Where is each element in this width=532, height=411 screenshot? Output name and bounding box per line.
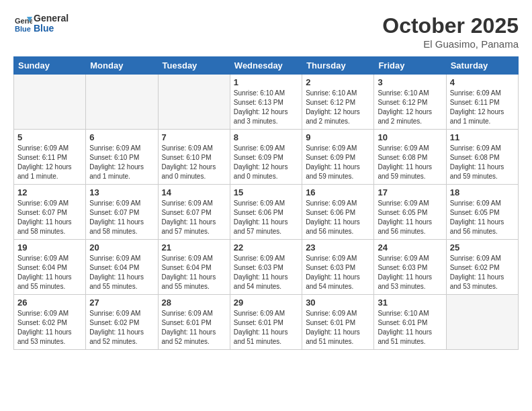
day-info: Sunrise: 6:09 AM Sunset: 6:07 PM Dayligh… (17, 199, 82, 236)
calendar-cell: 4Sunrise: 6:09 AM Sunset: 6:11 PM Daylig… (446, 75, 518, 130)
calendar-cell: 18Sunrise: 6:09 AM Sunset: 6:05 PM Dayli… (446, 185, 518, 240)
svg-text:Blue: Blue (15, 25, 31, 33)
day-info: Sunrise: 6:09 AM Sunset: 6:06 PM Dayligh… (306, 199, 370, 236)
day-info: Sunrise: 6:09 AM Sunset: 6:03 PM Dayligh… (306, 254, 370, 291)
calendar-cell: 31Sunrise: 6:10 AM Sunset: 6:01 PM Dayli… (374, 295, 446, 350)
day-info: Sunrise: 6:09 AM Sunset: 6:04 PM Dayligh… (162, 254, 226, 291)
header: General Blue General Blue October 2025 E… (13, 13, 519, 50)
day-info: Sunrise: 6:09 AM Sunset: 6:10 PM Dayligh… (162, 144, 226, 181)
day-number: 26 (17, 298, 82, 308)
day-number: 14 (162, 187, 226, 197)
day-info: Sunrise: 6:09 AM Sunset: 6:02 PM Dayligh… (89, 309, 154, 347)
day-number: 27 (89, 298, 154, 308)
calendar-cell: 12Sunrise: 6:09 AM Sunset: 6:07 PM Dayli… (14, 185, 86, 240)
day-number: 1 (234, 77, 298, 87)
day-number: 31 (378, 298, 442, 308)
calendar-cell: 3Sunrise: 6:10 AM Sunset: 6:12 PM Daylig… (374, 75, 446, 130)
day-number: 24 (378, 242, 442, 253)
calendar-cell: 23Sunrise: 6:09 AM Sunset: 6:03 PM Dayli… (302, 240, 374, 295)
calendar-cell: 17Sunrise: 6:09 AM Sunset: 6:05 PM Dayli… (374, 185, 446, 240)
day-info: Sunrise: 6:09 AM Sunset: 6:01 PM Dayligh… (162, 309, 226, 347)
calendar-cell: 8Sunrise: 6:09 AM Sunset: 6:09 PM Daylig… (230, 130, 302, 185)
calendar-cell: 16Sunrise: 6:09 AM Sunset: 6:06 PM Dayli… (302, 185, 374, 240)
calendar-cell: 1Sunrise: 6:10 AM Sunset: 6:13 PM Daylig… (230, 75, 302, 130)
day-number: 2 (306, 77, 370, 87)
day-number: 11 (450, 132, 515, 142)
day-number: 20 (89, 242, 154, 253)
day-info: Sunrise: 6:09 AM Sunset: 6:10 PM Dayligh… (89, 144, 154, 181)
day-number: 13 (89, 187, 154, 197)
calendar-cell (14, 75, 86, 130)
day-info: Sunrise: 6:10 AM Sunset: 6:01 PM Dayligh… (378, 309, 442, 347)
weekday-header-thursday: Thursday (302, 57, 374, 75)
day-number: 19 (17, 242, 82, 253)
day-info: Sunrise: 6:09 AM Sunset: 6:04 PM Dayligh… (89, 254, 154, 291)
day-info: Sunrise: 6:09 AM Sunset: 6:01 PM Dayligh… (306, 309, 370, 347)
day-number: 3 (378, 77, 442, 87)
logo-blue: Blue (34, 23, 54, 34)
day-number: 16 (306, 187, 370, 197)
day-info: Sunrise: 6:09 AM Sunset: 6:09 PM Dayligh… (306, 144, 370, 181)
day-info: Sunrise: 6:09 AM Sunset: 6:09 PM Dayligh… (234, 144, 298, 181)
day-number: 5 (17, 132, 82, 142)
day-info: Sunrise: 6:09 AM Sunset: 6:04 PM Dayligh… (17, 254, 82, 291)
calendar-page: General Blue General Blue October 2025 E… (0, 0, 532, 411)
day-number: 9 (306, 132, 370, 142)
day-info: Sunrise: 6:10 AM Sunset: 6:12 PM Dayligh… (306, 89, 370, 126)
logo-general: General (34, 13, 69, 24)
day-number: 4 (450, 77, 515, 87)
day-info: Sunrise: 6:09 AM Sunset: 6:11 PM Dayligh… (450, 89, 515, 126)
logo: General Blue General Blue (13, 13, 69, 34)
weekday-header-wednesday: Wednesday (230, 57, 302, 75)
calendar-cell: 9Sunrise: 6:09 AM Sunset: 6:09 PM Daylig… (302, 130, 374, 185)
day-number: 21 (162, 242, 226, 253)
day-number: 29 (234, 298, 298, 308)
calendar-cell: 25Sunrise: 6:09 AM Sunset: 6:02 PM Dayli… (446, 240, 518, 295)
week-row-3: 12Sunrise: 6:09 AM Sunset: 6:07 PM Dayli… (14, 185, 519, 240)
title-block: October 2025 El Guasimo, Panama (382, 13, 519, 50)
calendar-cell: 15Sunrise: 6:09 AM Sunset: 6:06 PM Dayli… (230, 185, 302, 240)
day-info: Sunrise: 6:09 AM Sunset: 6:05 PM Dayligh… (378, 199, 442, 236)
calendar-cell: 5Sunrise: 6:09 AM Sunset: 6:11 PM Daylig… (14, 130, 86, 185)
calendar-cell: 14Sunrise: 6:09 AM Sunset: 6:07 PM Dayli… (158, 185, 230, 240)
calendar-cell: 6Sunrise: 6:09 AM Sunset: 6:10 PM Daylig… (86, 130, 158, 185)
calendar-cell (158, 75, 230, 130)
calendar-cell: 20Sunrise: 6:09 AM Sunset: 6:04 PM Dayli… (86, 240, 158, 295)
day-number: 15 (234, 187, 298, 197)
calendar-table: SundayMondayTuesdayWednesdayThursdayFrid… (13, 56, 519, 350)
week-row-1: 1Sunrise: 6:10 AM Sunset: 6:13 PM Daylig… (14, 75, 519, 130)
calendar-cell: 22Sunrise: 6:09 AM Sunset: 6:03 PM Dayli… (230, 240, 302, 295)
day-number: 17 (378, 187, 442, 197)
day-number: 25 (450, 242, 515, 253)
calendar-cell: 11Sunrise: 6:09 AM Sunset: 6:08 PM Dayli… (446, 130, 518, 185)
day-info: Sunrise: 6:09 AM Sunset: 6:03 PM Dayligh… (378, 254, 442, 291)
weekday-header-monday: Monday (86, 57, 158, 75)
day-info: Sunrise: 6:09 AM Sunset: 6:05 PM Dayligh… (450, 199, 515, 236)
calendar-cell (86, 75, 158, 130)
calendar-cell: 29Sunrise: 6:09 AM Sunset: 6:01 PM Dayli… (230, 295, 302, 350)
calendar-cell: 2Sunrise: 6:10 AM Sunset: 6:12 PM Daylig… (302, 75, 374, 130)
calendar-cell: 30Sunrise: 6:09 AM Sunset: 6:01 PM Dayli… (302, 295, 374, 350)
week-row-4: 19Sunrise: 6:09 AM Sunset: 6:04 PM Dayli… (14, 240, 519, 295)
day-number: 28 (162, 298, 226, 308)
calendar-cell: 26Sunrise: 6:09 AM Sunset: 6:02 PM Dayli… (14, 295, 86, 350)
weekday-header-saturday: Saturday (446, 57, 518, 75)
day-info: Sunrise: 6:09 AM Sunset: 6:01 PM Dayligh… (234, 309, 298, 347)
calendar-cell: 19Sunrise: 6:09 AM Sunset: 6:04 PM Dayli… (14, 240, 86, 295)
calendar-cell: 27Sunrise: 6:09 AM Sunset: 6:02 PM Dayli… (86, 295, 158, 350)
calendar-cell: 13Sunrise: 6:09 AM Sunset: 6:07 PM Dayli… (86, 185, 158, 240)
day-info: Sunrise: 6:10 AM Sunset: 6:12 PM Dayligh… (378, 89, 442, 126)
weekday-header-sunday: Sunday (14, 57, 86, 75)
day-number: 12 (17, 187, 82, 197)
logo-icon: General Blue (13, 14, 32, 33)
day-number: 7 (162, 132, 226, 142)
weekday-header-row: SundayMondayTuesdayWednesdayThursdayFrid… (14, 57, 519, 75)
day-info: Sunrise: 6:10 AM Sunset: 6:13 PM Dayligh… (234, 89, 298, 126)
calendar-cell (446, 295, 518, 350)
day-info: Sunrise: 6:09 AM Sunset: 6:02 PM Dayligh… (17, 309, 82, 347)
weekday-header-tuesday: Tuesday (158, 57, 230, 75)
location: El Guasimo, Panama (382, 38, 519, 50)
day-info: Sunrise: 6:09 AM Sunset: 6:08 PM Dayligh… (378, 144, 442, 181)
week-row-2: 5Sunrise: 6:09 AM Sunset: 6:11 PM Daylig… (14, 130, 519, 185)
calendar-cell: 28Sunrise: 6:09 AM Sunset: 6:01 PM Dayli… (158, 295, 230, 350)
